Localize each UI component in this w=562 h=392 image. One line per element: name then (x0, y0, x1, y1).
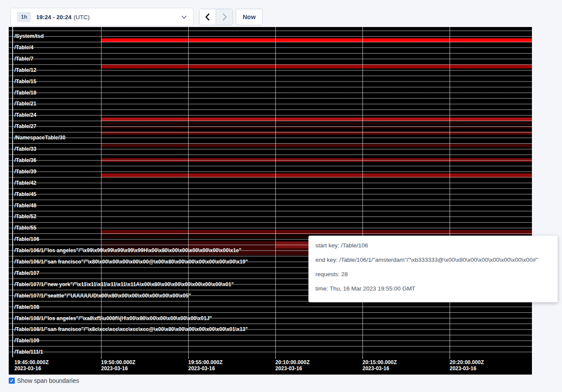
row-label: /Table/107/1/"new york"/"\x11\x11\x11\x1… (14, 282, 234, 287)
duration-badge: 1h (17, 12, 31, 22)
chevron-right-icon (222, 13, 227, 21)
x-tick: 20:15:00.000Z2023-03-16 (362, 359, 397, 372)
chevron-down-icon (181, 15, 187, 19)
x-tick-time: 19:45:00.000Z (14, 359, 49, 365)
row-label: /Table/108/1/"los angeles"/"\xa8\xf5\u00… (14, 316, 212, 321)
x-tick-time: 20:10:00.000Z (275, 359, 310, 365)
footer: ✓ Show span boundaries (9, 377, 79, 384)
axis-tick-mark (101, 357, 102, 359)
hot-span[interactable] (101, 64, 532, 68)
row-label: /Table/106/1/"los angeles"/"\x99\x99\x99… (14, 248, 241, 253)
row-label: /Table/7 (14, 56, 34, 62)
axis-tick-mark (275, 357, 276, 359)
row-label: /Table/109 (14, 338, 39, 344)
grid-vline (188, 27, 189, 357)
row-label: /Table/18 (14, 90, 36, 96)
row-label: /Table/108/1/"san francisco"/"\x8c\xcc\x… (14, 327, 248, 332)
row-label: /System/tsd (14, 34, 44, 39)
hot-span[interactable] (101, 236, 309, 238)
row-label: /Table/108 (14, 304, 39, 310)
previous-interval-button[interactable] (200, 9, 216, 25)
x-tick: 19:45:00.000Z2023-03-16 (14, 359, 49, 372)
row-label: /Table/36 (14, 158, 36, 163)
row-label: /Table/27 (14, 124, 36, 129)
row-label: /Table/55 (14, 225, 36, 231)
tooltip-requests: requests: 28 (315, 270, 551, 278)
time-axis: 19:45:00.000Z2023-03-1619:50:00.000Z2023… (9, 357, 532, 375)
row-label: /Table/4 (14, 45, 34, 51)
hot-span[interactable] (101, 230, 532, 234)
row-label: /NamespaceTable/30 (14, 135, 65, 141)
x-tick-time: 19:50:00.000Z (101, 359, 135, 365)
hot-span[interactable] (101, 158, 532, 162)
plot-area[interactable]: /System/tsd/Table/4/Table/7/Table/12/Tab… (9, 27, 532, 357)
time-nav-group (199, 9, 233, 25)
x-tick-date: 2023-03-16 (450, 365, 484, 372)
x-tick-time: 20:20:00.000Z (450, 359, 484, 365)
hot-span[interactable] (101, 38, 532, 42)
key-visualizer-chart: /System/tsd/Table/4/Table/7/Table/12/Tab… (9, 27, 532, 375)
hot-span[interactable] (101, 122, 532, 125)
x-tick-time: 19:55:00.000Z (188, 359, 223, 365)
hot-span[interactable] (101, 173, 532, 177)
hot-span[interactable] (101, 132, 532, 135)
time-range-select[interactable]: 1h 19:24 - 20:24 (UTC) (10, 8, 193, 26)
row-label: /Table/12 (14, 68, 36, 73)
grid-vline (101, 27, 102, 357)
row-label: /Table/45 (14, 192, 36, 197)
axis-tick-mark (450, 357, 450, 359)
axis-tick-mark (362, 357, 363, 359)
row-label: /Table/107/1/"seattle"/"UUUUUUD\x00\x80\… (14, 293, 191, 299)
x-tick-date: 2023-03-16 (101, 365, 135, 372)
time-range-label: 19:24 - 20:24 (36, 14, 71, 20)
grid-vline (450, 27, 450, 357)
row-label: /Table/107 (14, 270, 39, 276)
x-tick-time: 20:15:00.000Z (362, 359, 397, 365)
x-tick-date: 2023-03-16 (188, 365, 223, 372)
row-label: /Table/24 (14, 112, 36, 118)
keyspace-start-line (12, 27, 13, 357)
now-button[interactable]: Now (236, 9, 263, 25)
chevron-left-icon (205, 13, 210, 21)
row-label: /Table/42 (14, 180, 36, 186)
tooltip-end-key: end key: /Table/106/1/"amsterdam"/"\xb33… (315, 256, 551, 264)
span-boundary-lines (9, 27, 532, 357)
row-label: /Table/39 (14, 169, 36, 175)
x-tick: 19:50:00.000Z2023-03-16 (101, 359, 135, 372)
axis-tick-mark (188, 357, 189, 359)
row-label: /Table/106 (14, 237, 39, 242)
x-tick: 20:20:00.000Z2023-03-16 (450, 359, 484, 372)
hot-span[interactable] (275, 242, 309, 248)
x-tick: 20:10:00.000Z2023-03-16 (275, 359, 310, 372)
row-label: /Table/48 (14, 203, 36, 209)
hot-span[interactable] (101, 118, 532, 121)
row-label: /Table/33 (14, 146, 36, 152)
row-label: /Table/52 (14, 214, 36, 220)
x-tick-date: 2023-03-16 (362, 365, 397, 372)
grid-vline (275, 27, 276, 357)
row-label: /Table/21 (14, 101, 36, 107)
next-interval-button[interactable] (216, 9, 233, 25)
x-tick-date: 2023-03-16 (275, 365, 310, 372)
grid-vline (362, 27, 363, 357)
hot-span[interactable] (101, 144, 532, 147)
hot-span[interactable] (101, 126, 532, 128)
row-label: /Table/106/1/"san francisco"/"\x80\x00\x… (14, 259, 248, 265)
timezone-label: (UTC) (74, 14, 90, 20)
row-label: /Table/111/1 (14, 349, 43, 355)
x-tick: 19:55:00.000Z2023-03-16 (188, 359, 223, 372)
row-label: /Table/15 (14, 79, 36, 84)
check-icon: ✓ (10, 378, 14, 384)
tooltip-start-key: start key: /Table/106 (315, 241, 551, 250)
show-span-boundaries-label: Show span boundaries (17, 377, 79, 384)
show-span-boundaries-checkbox[interactable]: ✓ (9, 378, 15, 384)
tooltip-time: time: Thu, 16 Mar 2023 19:55:00 GMT (315, 284, 551, 293)
span-tooltip: start key: /Table/106 end key: /Table/10… (308, 236, 558, 302)
x-tick-date: 2023-03-16 (14, 365, 49, 372)
